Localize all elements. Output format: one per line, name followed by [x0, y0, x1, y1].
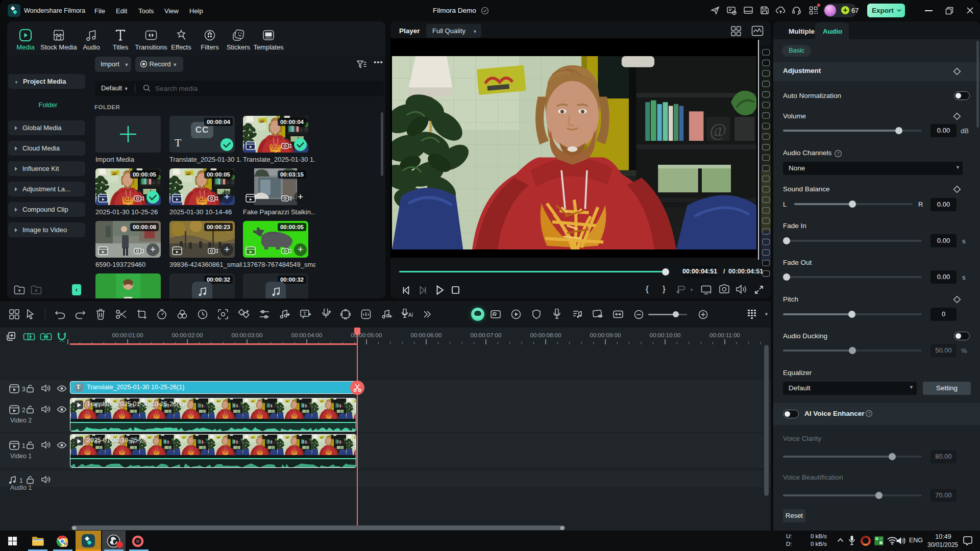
svg-text:00:00:04:00: 00:00:04:00 — [291, 332, 323, 338]
svg-text:00:00:02:00: 00:00:02:00 — [172, 332, 203, 338]
svg-text:2: 2 — [22, 407, 26, 414]
svg-text:00:00:11:00: 00:00:11:00 — [709, 332, 740, 338]
svg-text:?: ? — [868, 411, 870, 416]
svg-text:00:00:03:00: 00:00:03:00 — [232, 332, 263, 338]
svg-text:T: T — [303, 311, 306, 316]
svg-text:1: 1 — [19, 477, 23, 484]
svg-text:00:00:07:00: 00:00:07:00 — [471, 332, 502, 338]
svg-text:00:00:10:00: 00:00:10:00 — [650, 332, 681, 338]
svg-text:00:00:06:00: 00:00:06:00 — [411, 332, 442, 338]
svg-text:00:00:09:00: 00:00:09:00 — [590, 332, 621, 338]
svg-text:00:00:08:00: 00:00:08:00 — [530, 332, 561, 338]
svg-text:1: 1 — [22, 442, 26, 449]
svg-text:00:00:01:00: 00:00:01:00 — [112, 332, 143, 338]
svg-text:3: 3 — [22, 386, 26, 393]
svg-text:AI: AI — [408, 312, 413, 318]
svg-text:?: ? — [837, 151, 839, 156]
